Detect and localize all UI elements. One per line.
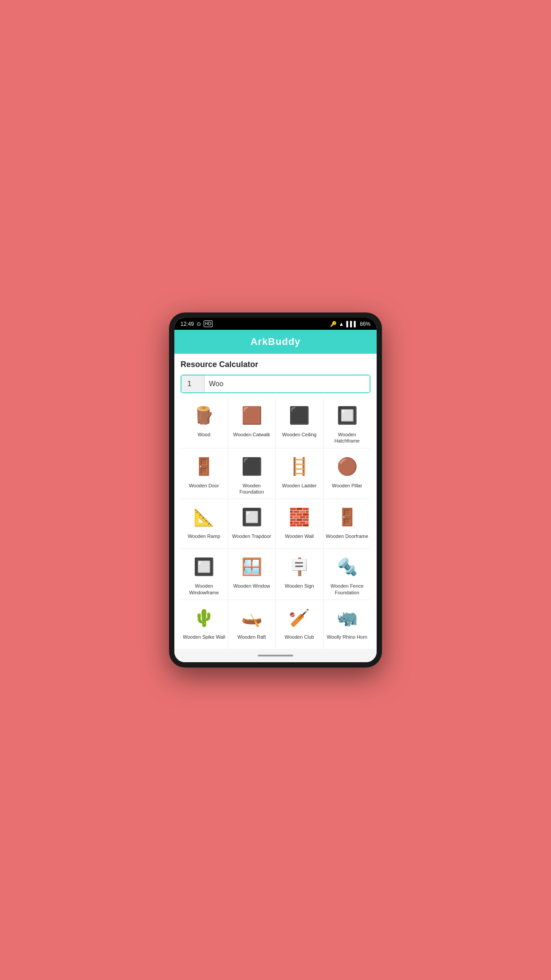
- phone-screen: 12:49 ⊙ HD 🔑 ▲ ▌▌▌ 86% ArkBuddy Resource…: [174, 318, 377, 662]
- status-icon-signal: ▌▌▌: [346, 321, 358, 327]
- icon-wooden-door: 🚪: [191, 453, 217, 480]
- icon-wooden-fence-foundation: 🔩: [334, 553, 360, 580]
- icon-wooden-raft: 🛶: [238, 605, 265, 631]
- item-wooden-ramp[interactable]: 📐Wooden Ramp: [181, 499, 228, 548]
- app-bar: ArkBuddy: [174, 330, 377, 354]
- icon-wood: 🪵: [191, 402, 217, 429]
- icon-wooden-hatchframe: 🔲: [334, 402, 360, 429]
- label-wooden-doorframe: Wooden Doorframe: [326, 533, 368, 539]
- label-wooden-ladder: Wooden Ladder: [282, 482, 317, 489]
- bottom-bar: [174, 649, 377, 662]
- home-indicator: [258, 655, 293, 656]
- label-woolly-rhino-horn: Woolly Rhino Horn: [327, 634, 367, 640]
- item-wooden-spike-wall[interactable]: 🌵Wooden Spike Wall: [181, 600, 228, 649]
- label-wooden-trapdoor: Wooden Trapdoor: [232, 533, 271, 539]
- icon-wooden-club: 🏏: [286, 605, 313, 631]
- item-wooden-sign[interactable]: 🪧Wooden Sign: [276, 549, 323, 599]
- label-wooden-raft: Wooden Raft: [237, 634, 266, 640]
- label-wooden-hatchframe: Wooden Hatchframe: [326, 431, 369, 444]
- item-wooden-doorframe[interactable]: 🚪Wooden Doorframe: [324, 499, 371, 548]
- item-wooden-fence-foundation[interactable]: 🔩Wooden Fence Foundation: [324, 549, 371, 599]
- label-wooden-pillar: Wooden Pillar: [332, 482, 362, 489]
- status-icon-cast: ⊙: [197, 321, 201, 327]
- status-right: 🔑 ▲ ▌▌▌ 86%: [330, 321, 370, 327]
- label-wooden-foundation: Wooden Foundation: [230, 482, 274, 495]
- item-wooden-windowframe[interactable]: 🔲Wooden Windowframe: [181, 549, 228, 599]
- quantity-input[interactable]: [181, 375, 205, 392]
- item-wooden-wall[interactable]: 🧱Wooden Wall: [276, 499, 323, 548]
- status-icon-key: 🔑: [330, 321, 337, 327]
- icon-wooden-windowframe: 🔲: [191, 553, 217, 580]
- icon-wooden-foundation: ⬛: [238, 453, 265, 480]
- items-grid: 🪵Wood🟫Wooden Catwalk⬛Wooden Ceiling🔲Wood…: [181, 398, 370, 649]
- icon-wooden-ladder: 🪜: [286, 453, 313, 480]
- item-wooden-trapdoor[interactable]: 🔲Wooden Trapdoor: [228, 499, 276, 548]
- item-wooden-hatchframe[interactable]: 🔲Wooden Hatchframe: [324, 398, 371, 448]
- status-left: 12:49 ⊙ HD: [181, 320, 213, 327]
- label-wooden-ramp: Wooden Ramp: [188, 533, 220, 539]
- item-wooden-ladder[interactable]: 🪜Wooden Ladder: [276, 449, 323, 499]
- item-wood[interactable]: 🪵Wood: [181, 398, 228, 448]
- item-wooden-pillar[interactable]: 🟤Wooden Pillar: [324, 449, 371, 499]
- item-wooden-foundation[interactable]: ⬛Wooden Foundation: [228, 449, 276, 499]
- icon-wooden-sign: 🪧: [286, 553, 313, 580]
- label-wooden-sign: Wooden Sign: [285, 583, 314, 589]
- item-wooden-catwalk[interactable]: 🟫Wooden Catwalk: [228, 398, 276, 448]
- icon-wooden-ramp: 📐: [191, 504, 217, 530]
- status-time: 12:49: [181, 321, 194, 327]
- status-battery: 86%: [360, 321, 370, 327]
- item-wooden-door[interactable]: 🚪Wooden Door: [181, 449, 228, 499]
- item-woolly-rhino-horn[interactable]: 🦏Woolly Rhino Horn: [324, 600, 371, 649]
- page-title: Resource Calculator: [181, 360, 370, 369]
- icon-wooden-ceiling: ⬛: [286, 402, 313, 429]
- icon-wooden-window: 🪟: [238, 553, 265, 580]
- label-wooden-club: Wooden Club: [285, 634, 314, 640]
- item-wooden-window[interactable]: 🪟Wooden Window: [228, 549, 276, 599]
- item-wooden-club[interactable]: 🏏Wooden Club: [276, 600, 323, 649]
- status-icon-wifi: ▲: [339, 321, 344, 327]
- icon-wooden-spike-wall: 🌵: [191, 605, 217, 631]
- label-wooden-wall: Wooden Wall: [285, 533, 314, 539]
- label-wooden-spike-wall: Wooden Spike Wall: [183, 634, 225, 640]
- icon-woolly-rhino-horn: 🦏: [334, 605, 360, 631]
- label-wooden-fence-foundation: Wooden Fence Foundation: [326, 583, 369, 596]
- icon-wooden-catwalk: 🟫: [238, 402, 265, 429]
- item-wooden-ceiling[interactable]: ⬛Wooden Ceiling: [276, 398, 323, 448]
- search-input[interactable]: [205, 375, 370, 392]
- icon-wooden-doorframe: 🚪: [334, 504, 360, 530]
- app-title: ArkBuddy: [250, 336, 300, 347]
- search-row[interactable]: [181, 375, 370, 393]
- label-wooden-window: Wooden Window: [233, 583, 270, 589]
- status-icon-hd: HD: [204, 320, 213, 327]
- status-bar: 12:49 ⊙ HD 🔑 ▲ ▌▌▌ 86%: [174, 318, 377, 330]
- icon-wooden-wall: 🧱: [286, 504, 313, 530]
- label-wooden-windowframe: Wooden Windowframe: [182, 583, 226, 596]
- item-wooden-raft[interactable]: 🛶Wooden Raft: [228, 600, 276, 649]
- label-wood: Wood: [197, 431, 210, 438]
- icon-wooden-pillar: 🟤: [334, 453, 360, 480]
- phone-device: 12:49 ⊙ HD 🔑 ▲ ▌▌▌ 86% ArkBuddy Resource…: [169, 312, 382, 668]
- icon-wooden-trapdoor: 🔲: [238, 504, 265, 530]
- label-wooden-catwalk: Wooden Catwalk: [233, 431, 270, 438]
- content-area: Resource Calculator 🪵Wood🟫Wooden Catwalk…: [174, 354, 377, 649]
- label-wooden-door: Wooden Door: [189, 482, 219, 489]
- label-wooden-ceiling: Wooden Ceiling: [282, 431, 316, 438]
